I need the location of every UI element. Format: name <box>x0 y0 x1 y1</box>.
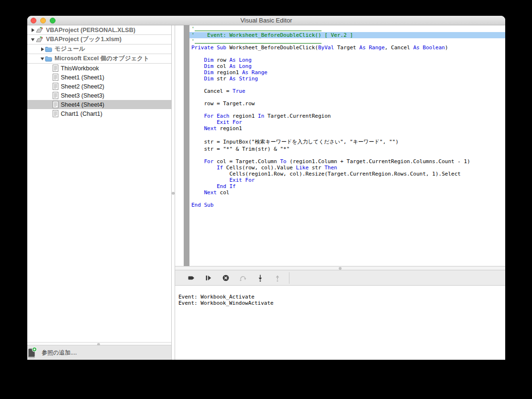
add-reference-icon <box>28 347 37 358</box>
step-next-icon[interactable] <box>205 274 212 282</box>
immediate-window[interactable]: Event: Workbook_Activate Event: Workbook… <box>175 286 505 360</box>
step-into-icon[interactable] <box>256 274 264 282</box>
disclosure-expanded-icon[interactable] <box>31 37 35 42</box>
document-icon <box>53 83 58 90</box>
tree-item[interactable]: Sheet1 (Sheet1) <box>27 73 171 82</box>
vertical-splitter[interactable] <box>171 25 175 360</box>
tree-item[interactable]: VBAProject (ブック1.xlsm) <box>27 35 171 44</box>
tree-item[interactable]: Sheet3 (Sheet3) <box>27 91 171 100</box>
tree-item[interactable]: VBAProject (PERSONAL.XLSB) <box>27 25 171 35</box>
splitter-handle-icon[interactable] <box>172 192 175 195</box>
disclosure-collapsed-icon[interactable] <box>40 47 44 52</box>
document-icon <box>53 92 58 99</box>
tree-item-label: Sheet3 (Sheet3) <box>61 92 104 99</box>
disclosure-expanded-icon[interactable] <box>40 56 44 61</box>
document-icon <box>53 65 58 72</box>
project-tree: VBAProject (PERSONAL.XLSB)VBAProject (ブッ… <box>27 25 171 342</box>
minimize-button[interactable] <box>40 18 46 23</box>
window-title: Visual Basic Editor <box>27 16 505 25</box>
folder-icon <box>45 56 52 62</box>
tree-item-label: Sheet4 (Sheet4) <box>61 101 104 108</box>
tree-item-label: モジュール <box>55 45 85 53</box>
add-reference-bar[interactable]: 参照の追加.... <box>27 345 171 360</box>
tree-item-label: VBAProject (PERSONAL.XLSB) <box>46 27 135 33</box>
tree-item[interactable]: Chart1 (Chart1) <box>27 109 171 118</box>
document-icon <box>53 101 58 108</box>
zoom-button[interactable] <box>50 18 55 23</box>
add-reference-label: 参照の追加.... <box>42 349 77 357</box>
close-button[interactable] <box>31 18 36 23</box>
disclosure-collapsed-icon[interactable] <box>31 28 35 33</box>
vba-project-icon <box>35 36 44 44</box>
debug-toolbar <box>175 270 505 286</box>
document-icon <box>53 110 58 117</box>
tree-item[interactable]: Sheet2 (Sheet2) <box>27 82 171 91</box>
sidebar-splitter[interactable] <box>27 342 171 345</box>
tree-item-label: Microsoft Excel 個のオブジェクト <box>55 55 149 63</box>
tree-item-label: Sheet1 (Sheet1) <box>61 74 104 81</box>
tree-item[interactable]: Sheet4 (Sheet4) <box>27 100 171 109</box>
document-icon <box>53 74 58 81</box>
stop-icon[interactable] <box>222 274 230 282</box>
continue-icon[interactable] <box>188 274 195 282</box>
window-titlebar[interactable]: Visual Basic Editor <box>27 16 505 25</box>
tree-item-label: VBAProject (ブック1.xlsm) <box>46 35 122 44</box>
code-margin-bar <box>184 25 189 266</box>
tree-item[interactable]: ThisWorkbook <box>27 64 171 73</box>
folder-icon <box>45 46 52 52</box>
tree-item-label: Chart1 (Chart1) <box>61 111 102 117</box>
vbe-window: Visual Basic Editor VBAProject (PERSONAL… <box>27 16 505 360</box>
toolbar-separator <box>289 272 289 284</box>
tree-item[interactable]: Microsoft Excel 個のオブジェクト <box>27 54 171 64</box>
horizontal-splitter[interactable] <box>175 266 505 270</box>
tree-item[interactable]: モジュール <box>27 44 171 54</box>
tree-item-label: ThisWorkbook <box>61 65 99 72</box>
splitter-handle-icon[interactable] <box>339 267 342 270</box>
step-out-icon[interactable] <box>274 274 281 282</box>
vba-project-icon <box>35 26 44 34</box>
step-over-icon[interactable] <box>239 274 247 282</box>
tree-item-label: Sheet2 (Sheet2) <box>61 83 104 90</box>
immediate-line: Event: Workbook_Activate <box>178 294 505 300</box>
project-explorer: VBAProject (PERSONAL.XLSB)VBAProject (ブッ… <box>27 25 171 360</box>
code-editor[interactable]: '' Event: Worksheet_BeforeDoubleClick() … <box>175 25 505 266</box>
immediate-line: Event: Workbook_WindowActivate <box>178 300 505 306</box>
